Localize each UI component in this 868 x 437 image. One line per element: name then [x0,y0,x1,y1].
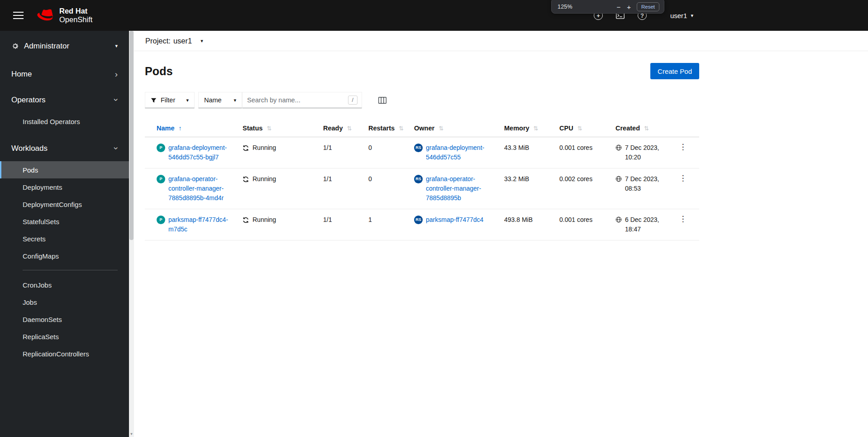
create-pod-button[interactable]: Create Pod [650,63,699,79]
search-field: / [242,92,362,108]
sidebar-item-label: ConfigMaps [23,252,59,260]
owner-link[interactable]: grafana-operator-controller-manager-7885… [426,174,490,203]
column-header-ready[interactable]: Ready⇅ [316,121,361,137]
sidebar-item-deploymentconfigs[interactable]: DeploymentConfigs [0,196,129,213]
sidebar-item-replicationcontrollers[interactable]: ReplicationControllers [0,345,129,362]
owner-link[interactable]: grafana-deployment-546dd57c55 [426,143,490,162]
column-header-owner[interactable]: Owner⇅ [407,121,497,137]
workloads-sub-list: Pods Deployments DeploymentConfigs State… [0,161,129,368]
sort-icon: ⇅ [577,125,582,132]
user-menu[interactable]: user1 ▾ [670,12,693,19]
sort-icon: ⇅ [439,125,444,132]
sidebar-item-home[interactable]: Home › [0,61,129,87]
cpu-cell: 0.001 cores [552,209,608,240]
sidebar-nav: Administrator ▾ Home › Operators › Insta… [0,31,129,437]
zoom-reset-button[interactable]: Reset [637,2,659,11]
perspective-label: Administrator [24,42,69,51]
restarts-cell: 0 [361,168,407,209]
search-shortcut-key: / [348,96,358,105]
sidebar-scrollbar[interactable]: ▼ [129,31,134,437]
brand-logo[interactable]: Red Hat OpenShift [37,7,92,24]
project-selector[interactable]: Project: user1 ▾ [134,31,868,51]
scrollbar-thumb[interactable] [129,31,134,240]
pod-link[interactable]: grafana-operator-controller-manager-7885… [168,174,233,203]
caret-down-icon: ▾ [234,98,236,103]
search-attribute-dropdown[interactable]: Name ▾ [198,92,242,108]
column-header-memory[interactable]: Memory⇅ [497,121,552,137]
column-header-status[interactable]: Status⇅ [235,121,316,137]
pod-link[interactable]: parksmap-ff7477dc4-m7d5c [168,215,233,234]
ready-cell: 1/1 [316,137,361,168]
owner-link[interactable]: parksmap-ff7477dc4 [426,215,483,225]
sidebar-item-deployments[interactable]: Deployments [0,178,129,196]
filter-dropdown[interactable]: Filter ▾ [145,92,195,108]
column-header-name[interactable]: Name↑ [145,121,235,137]
user-name: user1 [670,12,687,19]
kebab-menu-icon[interactable]: ⋮ [675,214,692,224]
sync-running-icon [243,145,249,151]
chevron-down-icon: › [112,98,120,101]
table-row: P grafana-deployment-546dd57c55-bgjl7 [145,137,699,168]
sort-icon: ⇅ [534,125,539,132]
ready-cell: 1/1 [316,209,361,240]
column-header-created[interactable]: Created⇅ [608,121,670,137]
kebab-menu-icon[interactable]: ⋮ [675,173,692,183]
masthead: Red Hat OpenShift + ? user1 ▾ 125% − + R… [0,0,868,31]
page-title: Pods [145,65,173,78]
replicaset-badge-icon: RS [414,144,423,152]
memory-cell: 493.8 MiB [497,209,552,240]
brand-line2: OpenShift [59,15,92,24]
sidebar-item-operators[interactable]: Operators › [0,87,129,113]
sort-icon: ⇅ [399,125,404,132]
sidebar-item-label: DaemonSets [23,316,62,323]
created-text: 7 Dec 2023, 08:53 [625,174,663,193]
sidebar-item-label: Installed Operators [23,118,80,125]
sort-asc-icon: ↑ [179,125,182,132]
attribute-label: Name [204,96,222,104]
memory-cell: 33.2 MiB [497,168,552,209]
globe-timestamp-icon [615,216,622,223]
sidebar-item-secrets[interactable]: Secrets [0,230,129,247]
chevron-right-icon: › [115,70,118,78]
search-input[interactable] [243,96,348,104]
kebab-menu-icon[interactable]: ⋮ [675,142,692,152]
perspective-switcher[interactable]: Administrator ▾ [0,31,129,61]
zoom-level: 125% [558,4,572,10]
filter-funnel-icon [151,97,157,103]
cpu-cell: 0.001 cores [552,137,608,168]
sidebar-item-installed-operators[interactable]: Installed Operators [0,113,129,130]
sidebar-item-daemonsets[interactable]: DaemonSets [0,311,129,328]
sidebar-item-label: ReplicaSets [23,333,59,341]
sidebar-item-pods[interactable]: Pods [0,161,129,178]
sync-running-icon [243,217,249,223]
list-toolbar: Filter ▾ Name ▾ / [145,92,699,108]
sidebar-item-replicasets[interactable]: ReplicaSets [0,328,129,345]
nav-toggle-button[interactable] [11,10,25,21]
zoom-in-button[interactable]: + [624,4,634,10]
sidebar-item-configmaps[interactable]: ConfigMaps [0,247,129,264]
sidebar-item-label: Home [11,70,32,79]
sidebar-item-workloads[interactable]: Workloads › [0,135,129,161]
sidebar-item-label: Secrets [23,235,46,243]
sidebar-item-cronjobs[interactable]: CronJobs [0,276,129,293]
project-value: user1 [173,37,192,45]
zoom-out-button[interactable]: − [613,4,624,10]
sidebar-item-statefulsets[interactable]: StatefulSets [0,213,129,230]
caret-down-icon: ▾ [200,38,203,43]
sidebar-item-jobs[interactable]: Jobs [0,293,129,311]
sidebar-divider [23,270,118,270]
table-row: P grafana-operator-controller-manager-78… [145,168,699,209]
sidebar-item-label: StatefulSets [23,218,59,226]
scrollbar-down-arrow[interactable]: ▼ [129,431,134,437]
status-text: Running [253,174,276,184]
column-header-cpu[interactable]: CPU⇅ [552,121,608,137]
sort-icon: ⇅ [347,125,352,132]
filter-label: Filter [161,96,175,104]
pods-table: Name↑ Status⇅ Ready⇅ Restarts⇅ Owner⇅ [145,121,699,240]
sidebar-item-label: Jobs [23,298,37,306]
cpu-cell: 0.002 cores [552,168,608,209]
manage-columns-icon[interactable] [378,97,386,104]
pod-link[interactable]: grafana-deployment-546dd57c55-bgjl7 [168,143,233,162]
column-header-restarts[interactable]: Restarts⇅ [361,121,407,137]
sidebar-item-label: CronJobs [23,281,52,289]
